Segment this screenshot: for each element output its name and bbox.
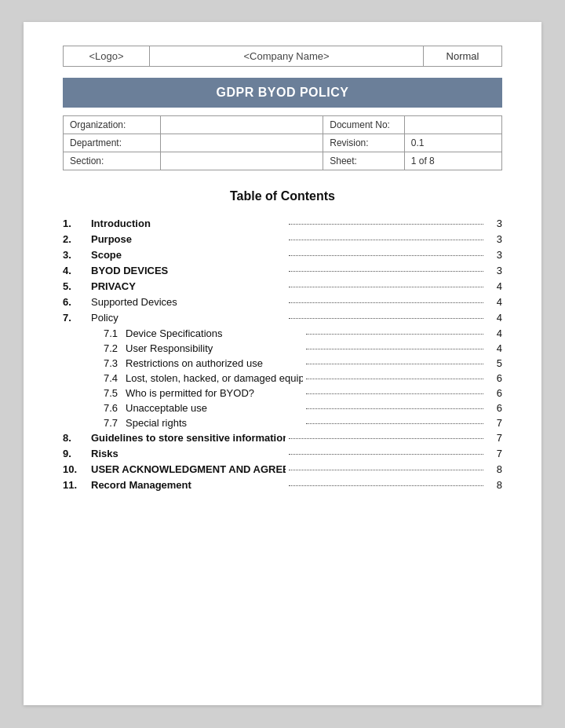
org-value	[161, 116, 323, 134]
dept-value	[161, 134, 323, 152]
toc-label: USER ACKNOWLEDGMENT AND AGREEMENT	[91, 463, 286, 475]
toc-sub-item: 7.2 User Responsibility 4	[63, 342, 502, 354]
logo-text: <Logo>	[89, 50, 123, 62]
company-cell: <Company Name>	[150, 46, 424, 67]
toc-sub-list: 7.1 Device Specifications 4 7.2 User Res…	[63, 327, 502, 429]
toc-sub-num: 7.3	[104, 357, 126, 369]
toc-item: 6. Supported Devices 4	[63, 296, 502, 308]
toc-page: 3	[487, 249, 502, 261]
toc-dots	[289, 438, 483, 439]
toc-sub-num: 7.5	[104, 387, 126, 399]
toc-after-list: 8. Guidelines to store sensitive informa…	[63, 432, 502, 491]
toc-sub-item: 7.5 Who is permitted for BYOD? 6	[63, 387, 502, 399]
toc-page: 5	[487, 357, 502, 369]
toc-dots	[289, 470, 483, 470]
info-table: Organization: Document No: Department: R…	[63, 115, 502, 170]
toc-label: Supported Devices	[91, 296, 286, 308]
toc-item: 1. Introduction 3	[63, 218, 502, 229]
toc-sub-num: 7.1	[104, 327, 126, 339]
toc-dots	[289, 271, 483, 272]
toc-page: 3	[487, 233, 502, 245]
toc-dots	[306, 379, 483, 379]
toc-sub-label: Unacceptable use	[126, 402, 303, 414]
toc-page: 6	[487, 387, 502, 399]
toc-dots	[289, 224, 483, 225]
toc-item: 3. Scope 3	[63, 249, 502, 261]
toc-page: 3	[487, 265, 502, 276]
toc-page: 7	[487, 417, 502, 429]
toc-dots	[289, 287, 483, 287]
toc-num: 2.	[63, 233, 91, 245]
toc-sub-num: 7.4	[104, 372, 126, 384]
docno-label: Document No:	[323, 116, 405, 134]
toc-title: Table of Contents	[63, 189, 502, 203]
toc-label: Record Management	[91, 479, 286, 491]
toc-item: 9. Risks 7	[63, 448, 502, 459]
toc-label: PRIVACY	[91, 280, 286, 292]
toc-page: 8	[487, 479, 502, 491]
toc-page: 6	[487, 372, 502, 384]
toc-page: 4	[487, 327, 502, 339]
toc-sub-label: Device Specifications	[126, 327, 303, 339]
toc-item: 8. Guidelines to store sensitive informa…	[63, 432, 502, 444]
org-label: Organization:	[64, 116, 161, 134]
style-text: Normal	[447, 50, 479, 62]
toc-item: 7. Policy 4	[63, 312, 502, 324]
toc-item: 5. PRIVACY 4	[63, 280, 502, 292]
toc-dots	[289, 318, 483, 319]
toc-num: 11.	[63, 479, 91, 491]
toc-num: 5.	[63, 280, 91, 292]
toc-list: 1. Introduction 3 2. Purpose 3 3. Scope …	[63, 218, 502, 324]
toc-label: Policy	[91, 312, 286, 324]
toc-sub-num: 7.6	[104, 402, 126, 414]
toc-sub-num: 7.2	[104, 342, 126, 354]
toc-num: 8.	[63, 432, 91, 444]
toc-sub-label: Special rights	[126, 417, 303, 429]
toc-page: 6	[487, 402, 502, 414]
toc-label: Introduction	[91, 218, 286, 229]
toc-page: 4	[487, 296, 502, 308]
toc-page: 7	[487, 448, 502, 459]
toc-dots	[306, 334, 483, 335]
toc-label: Scope	[91, 249, 286, 261]
toc-page: 4	[487, 342, 502, 354]
toc-label: Risks	[91, 448, 286, 459]
toc-label: Purpose	[91, 233, 286, 245]
toc-dots	[306, 408, 483, 409]
toc-item: 11. Record Management 8	[63, 479, 502, 491]
toc-sub-item: 7.1 Device Specifications 4	[63, 327, 502, 339]
sheet-value: 1 of 8	[404, 152, 501, 170]
toc-sub-label: User Responsibility	[126, 342, 303, 354]
toc-item: 10. USER ACKNOWLEDGMENT AND AGREEMENT 8	[63, 463, 502, 475]
toc-num: 9.	[63, 448, 91, 459]
toc-page: 4	[487, 312, 502, 324]
rev-value: 0.1	[404, 134, 501, 152]
toc-num: 10.	[63, 463, 91, 475]
toc-num: 3.	[63, 249, 91, 261]
rev-label: Revision:	[323, 134, 405, 152]
section-label: Section:	[64, 152, 161, 170]
logo-cell: <Logo>	[64, 46, 150, 67]
toc-dots	[289, 255, 483, 256]
toc-page: 3	[487, 218, 502, 229]
toc-dots	[306, 393, 483, 394]
toc-dots	[306, 364, 483, 364]
section-value	[161, 152, 323, 170]
toc-sub-label: Who is permitted for BYOD?	[126, 387, 303, 399]
toc-dots	[306, 423, 483, 424]
toc-page: 7	[487, 432, 502, 444]
toc-dots	[289, 485, 483, 486]
toc-sub-item: 7.7 Special rights 7	[63, 417, 502, 429]
toc-dots	[289, 454, 483, 455]
toc-label: BYOD DEVICES	[91, 265, 286, 276]
toc-sub-item: 7.3 Restrictions on authorized use 5	[63, 357, 502, 369]
style-cell: Normal	[424, 46, 502, 67]
toc-num: 6.	[63, 296, 91, 308]
toc-dots	[289, 302, 483, 303]
header-table: <Logo> <Company Name> Normal	[63, 46, 502, 67]
toc-num: 4.	[63, 265, 91, 276]
toc-dots	[289, 240, 483, 240]
toc-sub-item: 7.6 Unacceptable use 6	[63, 402, 502, 414]
toc-sub-label: Restrictions on authorized use	[126, 357, 303, 369]
toc-sub-label: Lost, stolen, hacked, or damaged equipme…	[126, 372, 303, 384]
